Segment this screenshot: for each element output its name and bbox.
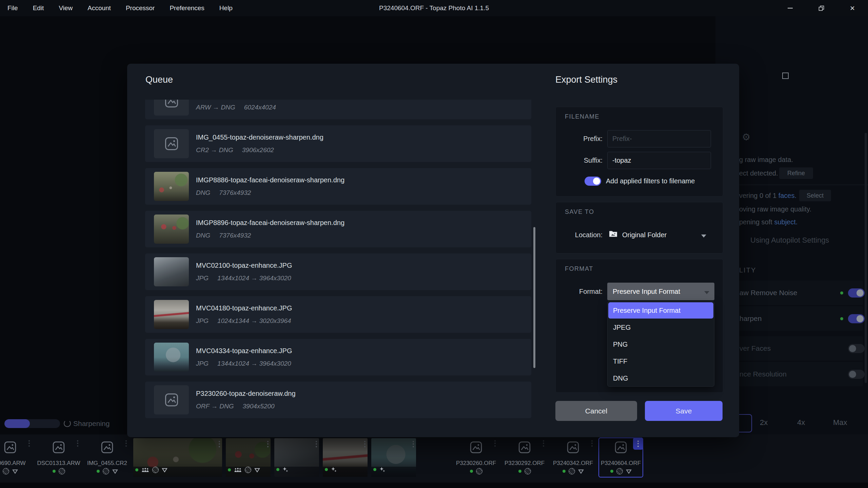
queue-item[interactable]: IMGP8886-topaz-faceai-denoiseraw-sharpen… — [145, 168, 531, 205]
tile-menu-icon[interactable] — [364, 440, 366, 448]
adjustment-row-remove-noise: aw Remove Noise — [726, 281, 863, 305]
filmstrip-tile[interactable]: P3230260.ORF — [454, 438, 498, 477]
tile-menu-icon[interactable] — [316, 440, 317, 448]
close-button[interactable]: ✕ — [837, 0, 868, 16]
format-select[interactable]: Preserve Input Format — [607, 283, 714, 300]
queue-item-filename: IMGP8896-topaz-faceai-denoiseraw-sharpen… — [196, 219, 344, 227]
save-button[interactable]: Save — [645, 401, 723, 421]
queue-item[interactable]: IMG_0455-topaz-denoiseraw-sharpen.dng CR… — [145, 125, 531, 162]
cancel-button[interactable]: Cancel — [555, 401, 637, 421]
tile-menu-icon[interactable] — [28, 439, 30, 448]
scale-option-2x[interactable]: 2x — [760, 418, 768, 427]
tile-menu-icon[interactable] — [494, 439, 496, 448]
subject-link[interactable]: subject. — [774, 218, 797, 226]
enhance-resolution-toggle[interactable] — [848, 370, 865, 379]
done-status-icon — [135, 468, 138, 471]
menu-view[interactable]: View — [59, 4, 73, 12]
location-dropdown[interactable]: Location: Original Folder — [556, 228, 723, 242]
queue-item-partial[interactable]: ARW → DNG6024x4024 — [145, 100, 531, 119]
prefix-input[interactable] — [607, 130, 711, 147]
gear-icon[interactable]: ⚙ — [742, 131, 750, 143]
format-option-preserve[interactable]: Preserve Input Format — [608, 302, 713, 319]
filmstrip-tile[interactable]: DSC01313.ARW — [36, 438, 81, 477]
progress-bar — [4, 419, 60, 428]
enhance-status-icon — [331, 467, 337, 472]
adjustment-row-sharpen: harpen — [726, 306, 863, 331]
queue-item-format: JPG — [196, 274, 209, 282]
queue-item-size: 1024x1344 → 3020x3964 — [217, 317, 291, 325]
image-placeholder-icon — [614, 441, 627, 455]
queue-item[interactable]: MVC02100-topaz-enhance.JPG JPG1344x1024 … — [145, 253, 531, 290]
suffix-input[interactable] — [607, 152, 711, 169]
menu-processor[interactable]: Processor — [126, 4, 155, 12]
scale-option-max[interactable]: Max — [833, 418, 847, 427]
sharpen-toggle[interactable] — [848, 314, 865, 323]
queue-item[interactable]: IMGP8896-topaz-faceai-denoiseraw-sharpen… — [145, 211, 531, 247]
filmstrip-tile[interactable] — [133, 438, 222, 477]
format-option-jpeg[interactable]: JPEG — [608, 319, 713, 336]
denoise-status-icon — [616, 468, 623, 474]
scale-option-4x[interactable]: 4x — [797, 418, 805, 427]
recover-faces-toggle[interactable] — [848, 344, 865, 353]
tile-menu-icon[interactable] — [219, 440, 220, 448]
filmstrip-tile[interactable]: P3240342.ORF — [551, 438, 595, 477]
tile-menu-icon[interactable] — [591, 439, 593, 448]
format-option-png[interactable]: PNG — [608, 336, 713, 352]
refine-button[interactable]: Refine — [779, 167, 813, 179]
filmstrip-tile[interactable] — [226, 438, 271, 477]
queue-item-filename: MVC04180-topaz-enhance.JPG — [196, 304, 292, 312]
add-filters-toggle[interactable] — [585, 177, 601, 186]
select-button[interactable]: Select — [799, 190, 831, 201]
queue-item-thumbnail — [154, 215, 189, 244]
queue-item-thumbnail — [154, 257, 189, 286]
filmstrip-tile[interactable]: IMG_0455.CR2 — [85, 438, 130, 477]
prefix-label: Prefix: — [556, 130, 603, 147]
filmstrip-tile[interactable] — [371, 438, 416, 477]
menu-account[interactable]: Account — [87, 4, 111, 12]
queue-item-filename: MVC02100-topaz-enhance.JPG — [196, 262, 292, 269]
detach-panel-icon[interactable] — [782, 73, 789, 79]
panel-scrollbar[interactable] — [865, 133, 867, 383]
format-option-dng[interactable]: DNG — [608, 370, 713, 386]
denoise-status-icon — [569, 468, 575, 474]
filename-card: FILENAME Prefix: Suffix: Add applied fil… — [555, 107, 723, 197]
restore-button[interactable] — [806, 0, 837, 16]
sharpen-status-icon — [578, 469, 584, 474]
tile-menu-icon[interactable] — [77, 439, 78, 448]
filmstrip-tile[interactable]: P3230292.ORF — [502, 438, 547, 477]
tile-menu-badge[interactable] — [633, 438, 643, 450]
faces-link[interactable]: faces. — [778, 192, 796, 199]
queue-scrollbar[interactable] — [533, 227, 535, 368]
export-dialog: Queue Export Settings ARW → DNG6024x4024… — [127, 64, 739, 437]
sharpen-status-icon — [254, 468, 260, 472]
format-option-tiff[interactable]: TIFF — [608, 353, 713, 369]
filmstrip-tile[interactable]: 00690.ARW — [0, 438, 33, 477]
tile-menu-icon[interactable] — [267, 440, 269, 448]
remove-noise-toggle[interactable] — [848, 288, 865, 298]
queue-item-thumbnail — [154, 172, 189, 201]
filmstrip-tile[interactable] — [323, 438, 368, 477]
queue-item[interactable]: MVC04334-topaz-enhance.JPG JPG1344x1024 … — [145, 339, 531, 375]
minimize-icon — [788, 8, 793, 8]
queue-item-filename: MVC04334-topaz-enhance.JPG — [196, 347, 292, 355]
menu-file[interactable]: File — [7, 4, 18, 12]
queue-item[interactable]: P3230260-topaz-denoiseraw.dng ORF → DNG3… — [145, 382, 531, 418]
queue-item[interactable]: MVC04180-topaz-enhance.JPG JPG1024x1344 … — [145, 296, 531, 333]
autopilot-dot-icon — [840, 291, 843, 294]
menu-help[interactable]: Help — [219, 4, 233, 12]
done-status-icon — [276, 468, 279, 471]
queue-item-filename: IMGP8886-topaz-faceai-denoiseraw-sharpen… — [196, 176, 344, 184]
done-status-icon — [97, 470, 100, 473]
menu-preferences[interactable]: Preferences — [170, 4, 204, 12]
tile-menu-icon[interactable] — [543, 439, 544, 448]
queue-item-thumbnail — [154, 129, 189, 158]
format-section-label: FORMAT — [565, 265, 593, 272]
menu-edit[interactable]: Edit — [33, 4, 44, 12]
filmstrip-tile-selected[interactable]: P3240604.ORF — [598, 438, 643, 477]
tile-menu-icon[interactable] — [125, 439, 127, 448]
filmstrip-tile[interactable] — [274, 438, 319, 477]
image-placeholder-icon — [518, 441, 531, 455]
minimize-button[interactable] — [774, 0, 806, 16]
tile-menu-icon[interactable] — [413, 440, 414, 448]
done-status-icon — [610, 470, 613, 473]
